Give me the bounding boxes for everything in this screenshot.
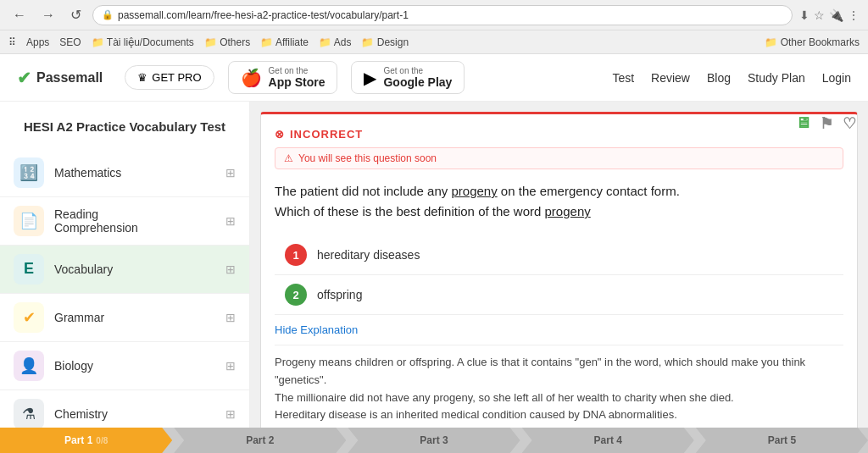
question-card: ⊗ INCORRECT 🖥 ⚑ ♡ ⚠ You will see this qu… bbox=[260, 112, 858, 428]
progress-part-4[interactable]: Part 4 bbox=[522, 428, 694, 453]
keyword-2: progeny bbox=[545, 204, 591, 218]
nav-login[interactable]: Login bbox=[822, 71, 851, 85]
get-pro-button[interactable]: ♛ GET PRO bbox=[125, 65, 214, 90]
logo-check-icon: ✔ bbox=[17, 68, 31, 88]
nav-forward-button[interactable]: → bbox=[37, 6, 59, 25]
app-store-button[interactable]: 🍎 Get on the App Store bbox=[228, 61, 338, 94]
sidebar-label-biology: Biology bbox=[54, 359, 215, 373]
progress-part-1[interactable]: Part 1 0/8 bbox=[0, 428, 172, 453]
incorrect-text: INCORRECT bbox=[290, 128, 363, 141]
sidebar-action-biology: ⊞ bbox=[225, 359, 236, 373]
sidebar-item-mathematics[interactable]: 🔢 Mathematics ⊞ bbox=[0, 149, 249, 197]
bookmark-seo[interactable]: SEO bbox=[59, 36, 81, 48]
see-soon-text: You will see this question soon bbox=[298, 152, 437, 164]
site-header: ✔ Passemall ♛ GET PRO 🍎 Get on the App S… bbox=[0, 54, 868, 102]
browser-bar: ← → ↺ 🔒 passemall.com/learn/free-hesi-a2… bbox=[0, 0, 868, 30]
logo-text: Passemall bbox=[36, 70, 103, 86]
warning-icon: ⊗ bbox=[275, 128, 285, 141]
keyword-1: progeny bbox=[451, 184, 497, 198]
answer-option-1[interactable]: 1 hereditary diseases bbox=[275, 235, 843, 275]
option-num-1: 1 bbox=[285, 244, 307, 266]
see-soon-icon: ⚠ bbox=[284, 152, 293, 164]
apple-icon: 🍎 bbox=[241, 68, 262, 88]
sidebar-action-mathematics: ⊞ bbox=[225, 166, 236, 180]
sidebar-item-biology[interactable]: 👤 Biology ⊞ bbox=[0, 342, 249, 390]
address-bar[interactable]: 🔒 passemall.com/learn/free-hesi-a2-pract… bbox=[92, 5, 793, 25]
nav-reload-button[interactable]: ↺ bbox=[66, 5, 86, 25]
app-store-name: App Store bbox=[269, 75, 326, 89]
google-play-button[interactable]: ▶ Get on the Google Play bbox=[351, 61, 465, 94]
crown-icon: ♛ bbox=[137, 71, 147, 84]
sidebar-action-reading: ⊞ bbox=[225, 214, 236, 228]
part-4-label: Part 4 bbox=[594, 434, 622, 446]
bookmark-other[interactable]: 📁 Other Bookmarks bbox=[765, 36, 860, 48]
nav-review[interactable]: Review bbox=[651, 71, 690, 85]
nav-study-plan[interactable]: Study Plan bbox=[748, 71, 805, 85]
google-play-name: Google Play bbox=[383, 75, 452, 89]
sidebar-item-grammar[interactable]: ✔ Grammar ⊞ bbox=[0, 294, 249, 342]
option-text-1: hereditary diseases bbox=[317, 248, 420, 262]
sidebar-action-vocabulary: ⊞ bbox=[225, 262, 236, 276]
progress-part-5[interactable]: Part 5 bbox=[696, 428, 868, 453]
part-5-label: Part 5 bbox=[768, 434, 796, 446]
url-text: passemall.com/learn/free-hesi-a2-practic… bbox=[118, 9, 409, 21]
sidebar-label-reading: ReadingComprehension bbox=[54, 207, 215, 235]
google-play-get-on: Get on the bbox=[383, 66, 452, 75]
progress-part-2[interactable]: Part 2 bbox=[174, 428, 346, 453]
card-actions: 🖥 ⚑ ♡ bbox=[795, 114, 857, 133]
biology-icon: 👤 bbox=[14, 351, 44, 381]
see-soon-notice: ⚠ You will see this question soon bbox=[275, 147, 843, 169]
answer-option-2[interactable]: 2 offspring bbox=[275, 275, 843, 315]
sidebar-action-chemistry: ⊞ bbox=[225, 407, 236, 421]
part-3-label: Part 3 bbox=[420, 434, 448, 446]
part-1-label: Part 1 bbox=[64, 434, 92, 446]
nav-test[interactable]: Test bbox=[612, 71, 634, 85]
browser-actions: ⬇ ☆ 🔌 ⋮ bbox=[799, 8, 860, 22]
question-text: The patient did not include any progeny … bbox=[275, 181, 843, 222]
header-nav: Test Review Blog Study Plan Login bbox=[612, 71, 851, 85]
nav-blog[interactable]: Blog bbox=[707, 71, 731, 85]
sidebar-label-vocabulary: Vocabulary bbox=[54, 262, 215, 276]
progress-bar: Part 1 0/8 Part 2 Part 3 Part 4 Part 5 bbox=[0, 428, 868, 453]
vocabulary-icon: E bbox=[14, 254, 44, 285]
reading-icon: 📄 bbox=[14, 206, 44, 236]
flag-icon[interactable]: ⚑ bbox=[820, 114, 834, 133]
get-pro-label: GET PRO bbox=[152, 71, 201, 84]
star-icon[interactable]: ☆ bbox=[814, 8, 825, 22]
bookmark-affiliate[interactable]: 📁 Affiliate bbox=[260, 36, 309, 48]
bookmark-documents[interactable]: 📁 Tài liệu/Documents bbox=[92, 36, 194, 48]
option-num-2: 2 bbox=[285, 284, 307, 306]
hide-explanation-link[interactable]: Hide Explanation bbox=[275, 315, 843, 345]
bookmark-design[interactable]: 📁 Design bbox=[361, 36, 409, 48]
incorrect-label: ⊗ INCORRECT 🖥 ⚑ ♡ bbox=[275, 128, 843, 141]
android-icon: ▶ bbox=[364, 68, 376, 88]
extensions-icon: 🔌 bbox=[829, 8, 843, 22]
sidebar-action-grammar: ⊞ bbox=[225, 311, 236, 324]
option-text-2: offspring bbox=[317, 288, 362, 301]
grammar-icon: ✔ bbox=[14, 302, 44, 333]
nav-back-button[interactable]: ← bbox=[8, 6, 31, 25]
logo: ✔ Passemall bbox=[17, 68, 103, 88]
mathematics-icon: 🔢 bbox=[14, 157, 44, 188]
apps-icon: ⠿ bbox=[8, 36, 16, 48]
explanation-text: Progeny means children or offspring. A c… bbox=[275, 345, 843, 428]
sidebar-item-reading-comprehension[interactable]: 📄 ReadingComprehension ⊞ bbox=[0, 197, 249, 246]
sidebar-title: HESI A2 Practice Vocabulary Test bbox=[0, 112, 249, 149]
bookmark-ads[interactable]: 📁 Ads bbox=[319, 36, 351, 48]
bookmark-others[interactable]: 📁 Others bbox=[204, 36, 250, 48]
sidebar: HESI A2 Practice Vocabulary Test 🔢 Mathe… bbox=[0, 102, 250, 428]
chemistry-icon: ⚗ bbox=[14, 399, 44, 428]
content-area: ⊗ INCORRECT 🖥 ⚑ ♡ ⚠ You will see this qu… bbox=[250, 102, 868, 428]
sidebar-item-vocabulary[interactable]: E Vocabulary ⊞ bbox=[0, 246, 249, 294]
sidebar-label-grammar: Grammar bbox=[54, 311, 215, 324]
heart-icon[interactable]: ♡ bbox=[843, 114, 857, 133]
progress-part-3[interactable]: Part 3 bbox=[348, 428, 520, 453]
part-1-count: 0/8 bbox=[96, 436, 108, 445]
download-icon: ⬇ bbox=[799, 8, 810, 22]
sidebar-item-chemistry[interactable]: ⚗ Chemistry ⊞ bbox=[0, 390, 249, 428]
sidebar-label-chemistry: Chemistry bbox=[54, 407, 215, 421]
bookmarks-bar: ⠿ Apps SEO 📁 Tài liệu/Documents 📁 Others… bbox=[0, 30, 868, 54]
monitor-icon[interactable]: 🖥 bbox=[795, 114, 811, 133]
bookmark-apps[interactable]: Apps bbox=[26, 36, 49, 48]
menu-icon[interactable]: ⋮ bbox=[848, 8, 860, 22]
